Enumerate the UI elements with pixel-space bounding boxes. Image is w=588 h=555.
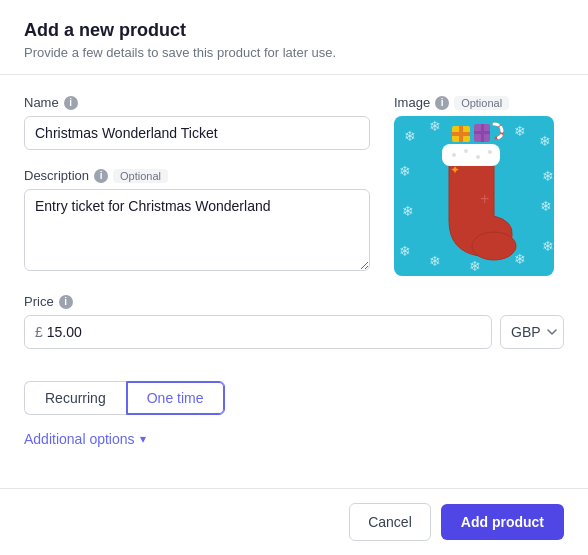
image-placeholder[interactable]: ❄ ❄ ❄ ❄ ❄ ❄ ❄ ❄ ❄ ❄ ❄ ❄ xyxy=(394,116,554,276)
price-symbol: £ xyxy=(35,324,43,340)
add-product-button[interactable]: Add product xyxy=(441,504,564,540)
svg-text:❄: ❄ xyxy=(429,253,441,269)
description-info-icon[interactable]: i xyxy=(94,169,108,183)
description-label-text: Description xyxy=(24,168,89,183)
price-label-text: Price xyxy=(24,294,54,309)
description-field-group: Description i Optional Entry ticket for … xyxy=(24,168,370,274)
svg-point-14 xyxy=(472,232,516,260)
description-field-label: Description i Optional xyxy=(24,168,370,183)
price-input[interactable] xyxy=(47,316,481,348)
svg-rect-25 xyxy=(474,131,490,134)
image-info-icon[interactable]: i xyxy=(435,96,449,110)
name-field-label: Name i xyxy=(24,95,370,110)
image-optional-badge: Optional xyxy=(454,96,509,110)
name-info-icon[interactable]: i xyxy=(64,96,78,110)
christmas-stocking-image: ❄ ❄ ❄ ❄ ❄ ❄ ❄ ❄ ❄ ❄ ❄ ❄ xyxy=(394,116,554,276)
modal-header: Add a new product Provide a few details … xyxy=(0,0,588,75)
image-label-text: Image xyxy=(394,95,430,110)
price-info-icon[interactable]: i xyxy=(59,295,73,309)
description-input[interactable]: Entry ticket for Christmas Wonderland xyxy=(24,189,370,271)
add-product-modal: Add a new product Provide a few details … xyxy=(0,0,588,555)
modal-body: Name i Description i Optional Entry tick… xyxy=(0,75,588,488)
svg-point-17 xyxy=(464,149,468,153)
svg-text:❄: ❄ xyxy=(542,238,554,254)
svg-text:❄: ❄ xyxy=(429,118,441,134)
price-row: £ GBP USD EUR xyxy=(24,315,564,349)
svg-rect-22 xyxy=(452,132,470,136)
svg-point-16 xyxy=(452,153,456,157)
svg-text:❄: ❄ xyxy=(469,258,481,274)
form-right-column: Image i Optional ❄ ❄ ❄ xyxy=(394,95,564,294)
svg-text:✦: ✦ xyxy=(450,163,460,177)
svg-text:❄: ❄ xyxy=(514,251,526,267)
modal-title: Add a new product xyxy=(24,20,564,41)
name-field-group: Name i xyxy=(24,95,370,150)
name-input[interactable] xyxy=(24,116,370,150)
svg-text:+: + xyxy=(480,190,489,207)
additional-options-label: Additional options xyxy=(24,431,135,447)
image-field-group: Image i Optional ❄ ❄ ❄ xyxy=(394,95,564,276)
payment-type-toggle-group: Recurring One time xyxy=(24,381,564,415)
cancel-button[interactable]: Cancel xyxy=(349,503,431,541)
one-time-button[interactable]: One time xyxy=(126,381,225,415)
svg-point-18 xyxy=(476,155,480,159)
price-field-label: Price i xyxy=(24,294,564,309)
price-input-wrapper: £ xyxy=(24,315,492,349)
svg-text:❄: ❄ xyxy=(542,168,554,184)
currency-select[interactable]: GBP USD EUR xyxy=(500,315,564,349)
svg-point-19 xyxy=(488,150,492,154)
svg-text:❄: ❄ xyxy=(540,198,552,214)
image-field-label: Image i Optional xyxy=(394,95,564,110)
svg-text:❄: ❄ xyxy=(399,243,411,259)
top-form-row: Name i Description i Optional Entry tick… xyxy=(24,95,564,294)
additional-options-toggle[interactable]: Additional options ▾ xyxy=(24,431,564,447)
form-left-column: Name i Description i Optional Entry tick… xyxy=(24,95,370,294)
svg-text:❄: ❄ xyxy=(404,128,416,144)
chevron-down-icon: ▾ xyxy=(140,432,146,446)
svg-text:❄: ❄ xyxy=(399,163,411,179)
modal-subtitle: Provide a few details to save this produ… xyxy=(24,45,564,60)
name-label-text: Name xyxy=(24,95,59,110)
svg-text:❄: ❄ xyxy=(514,123,526,139)
svg-text:❄: ❄ xyxy=(539,133,551,149)
modal-footer: Cancel Add product xyxy=(0,488,588,555)
recurring-button[interactable]: Recurring xyxy=(24,381,126,415)
svg-text:❄: ❄ xyxy=(402,203,414,219)
price-field-group: Price i £ GBP USD EUR xyxy=(24,294,564,363)
description-optional-badge: Optional xyxy=(113,169,168,183)
